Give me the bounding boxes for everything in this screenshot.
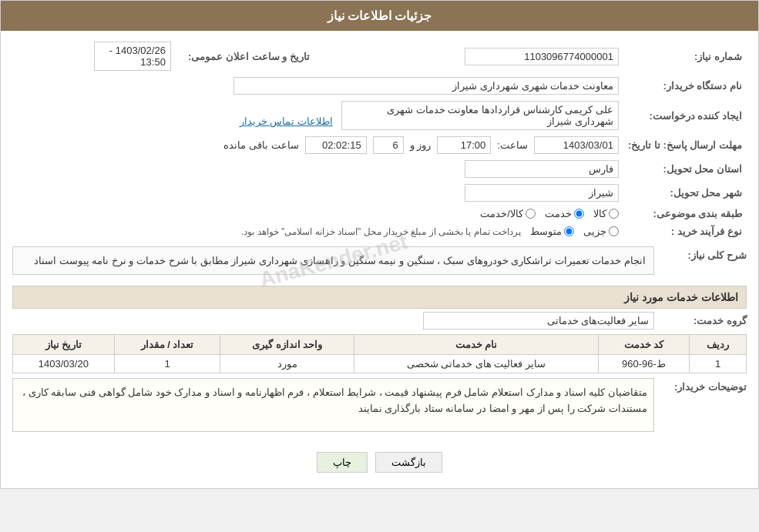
- category-kala[interactable]: کالا: [593, 208, 619, 219]
- deadline-label: مهلت ارسال پاسخ: تا تاریخ:: [623, 133, 747, 157]
- contact-link[interactable]: اطلاعات تماس خریدار: [240, 115, 333, 127]
- deadline-days: 6: [373, 136, 404, 154]
- purchase-motavaset-radio[interactable]: [564, 226, 574, 236]
- purchase-jozi-radio[interactable]: [609, 226, 619, 236]
- category-khedmat[interactable]: خدمت: [545, 208, 584, 219]
- public-announce-value: 1403/02/26 - 13:50: [94, 42, 171, 71]
- category-kala-khedmat-label: کالا/خدمت: [480, 208, 523, 219]
- buyer-org-label: نام دستگاه خریدار:: [623, 74, 747, 98]
- service-table: ردیف کد خدمت نام خدمت واحد اندازه گیری ت…: [12, 334, 747, 373]
- row-number: 1: [690, 355, 747, 373]
- need-number-value: 1103096774000001: [465, 48, 619, 65]
- buttons-row: بازگشت چاپ: [12, 444, 747, 480]
- description-label: شرح کلی نیاز:: [654, 246, 747, 261]
- category-kala-label: کالا: [593, 208, 606, 219]
- page-title: جزئیات اطلاعات نیاز: [327, 9, 432, 22]
- category-kala-khedmat-radio[interactable]: [526, 209, 536, 219]
- category-khedmat-radio[interactable]: [574, 209, 584, 219]
- row-date: 1403/03/20: [13, 355, 115, 373]
- public-announce-label: تاریخ و ساعت اعلان عمومی:: [176, 38, 314, 74]
- deadline-date: 1403/03/01: [534, 136, 619, 154]
- service-group-label: گروه خدمت:: [654, 315, 747, 326]
- table-row: 1 ط-96-960 سایر فعالیت های خدماتی شخصی م…: [13, 355, 747, 373]
- col-code: کد خدمت: [598, 335, 689, 355]
- city-label: شهر محل تحویل:: [623, 181, 747, 205]
- category-khedmat-label: خدمت: [545, 208, 572, 219]
- category-kala-radio[interactable]: [609, 209, 619, 219]
- page-header: جزئیات اطلاعات نیاز: [1, 1, 758, 31]
- notes-label: توضیحات خریدار:: [654, 378, 747, 393]
- row-name: سایر فعالیت های خدماتی شخصی: [354, 355, 599, 373]
- purchase-type-note: پرداخت تمام یا بخشی از مبلغ خریدار محل "…: [241, 226, 521, 237]
- creator-value: علی کریمی کارشناس قراردادها معاونت خدمات…: [341, 101, 619, 130]
- deadline-remaining-label: ساعت باقی مانده: [223, 139, 298, 151]
- row-unit: مورد: [220, 355, 354, 373]
- creator-label: ایجاد کننده درخواست:: [623, 98, 747, 133]
- purchase-jozi-label: جزیی: [583, 226, 606, 237]
- purchase-motavaset[interactable]: متوسط: [530, 226, 574, 237]
- deadline-time-label: ساعت:: [497, 139, 528, 151]
- col-row: ردیف: [690, 335, 747, 355]
- service-info-section: اطلاعات خدمات مورد نیاز: [12, 286, 747, 309]
- province-value: فارس: [465, 160, 619, 178]
- service-group-value: سایر فعالیت‌های خدماتی: [423, 312, 654, 330]
- description-box: AnaKender.net انجام خدمات تعمیرات تراشکا…: [12, 246, 654, 275]
- row-code: ط-96-960: [598, 355, 689, 373]
- notes-text: متقاضیان کلیه اسناد و مدارک استعلام شامل…: [22, 386, 647, 414]
- city-value: شیراز: [465, 184, 619, 202]
- deadline-time: 17:00: [437, 136, 491, 154]
- province-label: استان محل تحویل:: [623, 157, 747, 181]
- purchase-motavaset-label: متوسط: [530, 226, 562, 237]
- category-kala-khedmat[interactable]: کالا/خدمت: [480, 208, 536, 219]
- col-date: تاریخ نیاز: [13, 335, 115, 355]
- col-qty: تعداد / مقدار: [114, 335, 220, 355]
- notes-box: متقاضیان کلیه اسناد و مدارک استعلام شامل…: [12, 378, 654, 432]
- need-number-label: شماره نیاز:: [623, 38, 747, 74]
- row-qty: 1: [114, 355, 220, 373]
- col-name: نام خدمت: [354, 335, 599, 355]
- deadline-day-label: روز و: [410, 139, 432, 151]
- back-button[interactable]: بازگشت: [375, 452, 442, 473]
- purchase-type-label: نوع فرآیند خرید :: [623, 223, 747, 240]
- col-unit: واحد اندازه گیری: [220, 335, 354, 355]
- buyer-org-value: معاونت خدمات شهری شهرداری شیراز: [233, 77, 619, 95]
- print-button[interactable]: چاپ: [317, 452, 368, 473]
- purchase-jozi[interactable]: جزیی: [583, 226, 619, 237]
- description-text: انجام خدمات تعمیرات تراشکاری خودروهای سب…: [34, 255, 646, 266]
- category-label: طبقه بندی موضوعی:: [623, 205, 747, 223]
- deadline-remaining: 02:02:15: [305, 136, 367, 154]
